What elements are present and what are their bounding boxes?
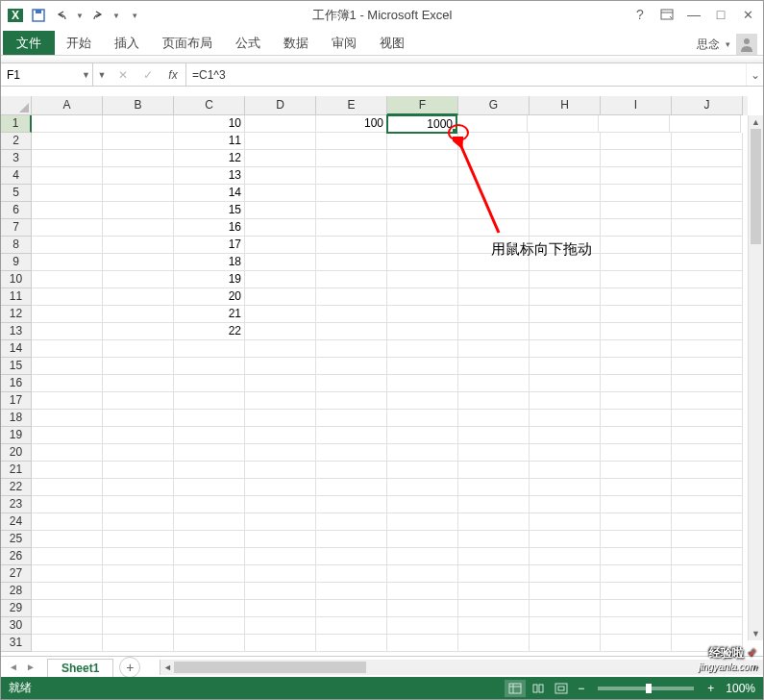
cell[interactable] [601, 583, 672, 600]
cell[interactable] [458, 531, 530, 548]
cell[interactable] [458, 583, 530, 600]
cell[interactable] [245, 288, 316, 306]
tab-view[interactable]: 视图 [368, 31, 416, 55]
cell[interactable] [672, 375, 743, 392]
page-layout-view-icon[interactable] [528, 680, 549, 697]
cell[interactable]: 15 [174, 202, 245, 219]
cell[interactable] [316, 410, 387, 427]
row-header[interactable]: 11 [1, 288, 32, 306]
cell[interactable] [672, 306, 743, 323]
maximize-button[interactable]: □ [709, 5, 732, 24]
cell[interactable] [601, 185, 672, 202]
cell[interactable] [316, 150, 387, 167]
cell[interactable] [387, 600, 458, 617]
cell[interactable] [672, 462, 743, 479]
cell[interactable] [530, 323, 601, 340]
cell[interactable] [103, 306, 174, 323]
cell[interactable] [672, 410, 743, 427]
cell[interactable] [530, 635, 601, 652]
cell[interactable] [316, 358, 387, 375]
cell[interactable] [245, 531, 316, 548]
cell[interactable] [458, 306, 530, 323]
row-header[interactable]: 15 [1, 358, 32, 375]
ribbon-options-button[interactable] [655, 5, 678, 24]
cell[interactable] [601, 254, 672, 271]
row-header[interactable]: 24 [1, 513, 32, 531]
column-header[interactable]: E [316, 96, 387, 115]
cell[interactable] [316, 375, 387, 392]
cell[interactable] [458, 288, 530, 306]
cell[interactable] [103, 531, 174, 548]
row-header[interactable]: 1 [1, 115, 32, 133]
cell[interactable] [245, 565, 316, 583]
cell[interactable] [601, 531, 672, 548]
cell[interactable] [316, 513, 387, 531]
cell[interactable] [601, 392, 672, 410]
cell[interactable] [174, 410, 245, 427]
cancel-formula-icon[interactable]: ✕ [111, 63, 136, 86]
column-header[interactable]: A [32, 96, 103, 115]
zoom-in-button[interactable]: + [703, 682, 718, 695]
row-header[interactable]: 25 [1, 531, 32, 548]
column-header[interactable]: D [245, 96, 316, 115]
row-header[interactable]: 12 [1, 306, 32, 323]
cell[interactable] [601, 427, 672, 444]
cell[interactable] [316, 462, 387, 479]
cell[interactable] [601, 479, 672, 496]
tab-insert[interactable]: 插入 [103, 31, 151, 55]
help-button[interactable]: ? [628, 5, 652, 24]
normal-view-icon[interactable] [505, 680, 526, 697]
cell[interactable] [601, 410, 672, 427]
cell[interactable] [599, 115, 670, 133]
cell[interactable] [174, 513, 245, 531]
cell[interactable] [530, 306, 601, 323]
cell[interactable] [245, 375, 316, 392]
cell[interactable] [458, 358, 530, 375]
cell[interactable] [316, 444, 387, 462]
cell[interactable] [530, 392, 601, 410]
cell[interactable] [32, 617, 103, 635]
cell[interactable] [316, 617, 387, 635]
cell[interactable]: 11 [174, 133, 245, 150]
cell[interactable] [672, 479, 743, 496]
sheet-nav-first-icon[interactable]: ◄ [5, 659, 22, 676]
cell[interactable] [316, 288, 387, 306]
cell[interactable] [387, 340, 458, 358]
cell[interactable] [174, 375, 245, 392]
cell[interactable] [103, 254, 174, 271]
row-header[interactable]: 16 [1, 375, 32, 392]
row-header[interactable]: 10 [1, 271, 32, 288]
cell[interactable] [458, 340, 530, 358]
cell[interactable]: 10 [174, 115, 245, 133]
cell[interactable] [103, 202, 174, 219]
cell[interactable] [601, 496, 672, 513]
cell[interactable] [245, 271, 316, 288]
cell[interactable] [387, 583, 458, 600]
cell[interactable] [601, 600, 672, 617]
cell[interactable] [530, 150, 601, 167]
tab-review[interactable]: 审阅 [320, 31, 368, 55]
cell[interactable] [32, 635, 103, 652]
cell[interactable] [672, 531, 743, 548]
cell[interactable]: 21 [174, 306, 245, 323]
cell[interactable] [387, 271, 458, 288]
cell[interactable] [245, 185, 316, 202]
cell[interactable] [103, 617, 174, 635]
cell[interactable] [672, 427, 743, 444]
cell[interactable] [103, 375, 174, 392]
row-header[interactable]: 5 [1, 185, 32, 202]
cell[interactable] [601, 288, 672, 306]
cell[interactable] [316, 254, 387, 271]
column-header[interactable]: C [174, 96, 245, 115]
cell[interactable] [458, 513, 530, 531]
row-header[interactable]: 9 [1, 254, 32, 271]
cell[interactable] [316, 323, 387, 340]
cell[interactable]: 12 [174, 150, 245, 167]
cell[interactable] [245, 444, 316, 462]
cell[interactable] [32, 427, 103, 444]
cell[interactable] [387, 565, 458, 583]
cell[interactable] [530, 600, 601, 617]
cell[interactable] [601, 323, 672, 340]
cell[interactable] [32, 496, 103, 513]
cell[interactable] [316, 496, 387, 513]
